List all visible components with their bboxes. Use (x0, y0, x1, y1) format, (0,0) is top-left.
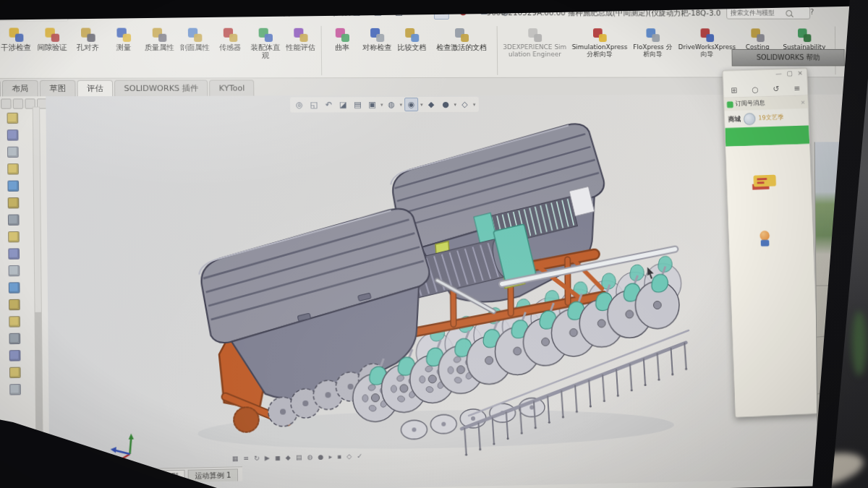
tree-item-7[interactable] (8, 215, 20, 226)
costing-icon (750, 27, 765, 42)
tree-item-14[interactable] (9, 333, 21, 345)
close-icon[interactable]: × (797, 69, 803, 82)
section-properties-button[interactable]: 剖面属性 (176, 26, 212, 53)
tree-item-8[interactable] (8, 231, 20, 242)
tree-item-1[interactable] (7, 113, 19, 124)
tab-装配体[interactable]: 装配体 (0, 80, 1, 97)
tree-item-9[interactable] (8, 248, 20, 259)
motion-toolbar-icon-2[interactable]: ≡ (243, 455, 249, 462)
apply-scene-icon[interactable]: ● (440, 98, 452, 111)
tree-item-2[interactable] (7, 129, 19, 140)
view-orientation-icon[interactable]: ▣ (366, 98, 378, 111)
sensor-button[interactable]: 传感器 (212, 26, 247, 53)
caret-icon[interactable]: ▾ (380, 102, 383, 108)
interference-detection-button[interactable]: 干涉检查 (0, 25, 34, 53)
tab-草图[interactable]: 草图 (40, 80, 76, 96)
panel-mini-tab-2[interactable] (13, 98, 24, 108)
zoom-to-fit-icon[interactable]: ◎ (293, 98, 305, 111)
clearance-verification-button[interactable]: 间隙验证 (34, 25, 70, 53)
zoom-to-area-icon[interactable]: ◱ (307, 98, 320, 111)
background-object-green (852, 311, 867, 376)
motion-toolbar-icon-1[interactable]: ▦ (232, 455, 239, 462)
hole-alignment-button[interactable]: 孔对齐 (69, 26, 106, 53)
search-icon[interactable] (786, 9, 792, 16)
tab-KYTool[interactable]: KYTool (209, 80, 254, 95)
motion-toolbar-icon-6[interactable]: ◆ (286, 454, 291, 461)
motion-toolbar-icon-9[interactable]: ● (318, 453, 323, 461)
tab-评估[interactable]: 评估 (77, 80, 113, 96)
motion-toolbar-icon-13[interactable]: ✓ (357, 453, 362, 460)
tree-item-17[interactable] (9, 384, 21, 395)
dynamic-annotation-views-icon[interactable]: ▤ (352, 98, 364, 111)
motion-toolbar-icon-12[interactable]: ◇ (346, 453, 352, 460)
task-pane-title[interactable]: SOLIDWORKS 帮助 (731, 49, 844, 67)
view-settings-icon[interactable]: ◇ (459, 98, 471, 111)
tree-item-6[interactable] (8, 197, 20, 208)
motion-toolbar-icon-10[interactable]: ▸ (328, 453, 332, 461)
fw-toolbar-icon-3[interactable]: ↺ (773, 85, 779, 94)
caret-icon[interactable]: ▾ (454, 101, 457, 107)
display-style-icon[interactable]: ◍ (386, 98, 398, 111)
tree-item-15[interactable] (9, 350, 21, 361)
bottom-tab-运动算例 1[interactable]: 运动算例 1 (188, 468, 238, 482)
tab-close-icon[interactable]: × (800, 99, 805, 106)
compare-documents-button[interactable]: 比较文档 (394, 26, 429, 53)
simulationxpress-wizard-button[interactable]: SimulationXpress 分析向导 (569, 26, 630, 59)
tree-item-11[interactable] (9, 282, 20, 293)
motion-toolbar-icon-11[interactable]: ▪ (337, 453, 341, 460)
3dexperience-simulation-engineer-button: 3DEXPERIENCE Simulation Engineer (501, 26, 569, 59)
hide-show-items-icon[interactable]: ◉ (404, 98, 418, 111)
driveworksxpress-wizard-button[interactable]: DriveWorksXpress 向导 (675, 26, 739, 59)
avatar[interactable] (744, 113, 756, 125)
minimize-icon[interactable]: — (775, 70, 782, 82)
curvature-button[interactable]: 曲率 (325, 26, 360, 53)
tree-item-12[interactable] (9, 299, 20, 310)
edit-appearance-icon[interactable]: ◆ (425, 98, 438, 111)
motion-toolbar-icon-4[interactable]: ▶ (265, 454, 270, 461)
search-input[interactable] (729, 9, 784, 17)
mass-properties-button[interactable]: 质量属性 (141, 26, 177, 53)
check-active-document-label: 检查激活的文档 (436, 43, 487, 51)
driveworksxpress-wizard-icon (700, 27, 715, 42)
hole-alignment-icon (80, 27, 95, 42)
floxpress-wizard-button[interactable]: FloXpress 分析向导 (630, 26, 676, 59)
performance-evaluation-button[interactable]: 性能评估 (283, 26, 318, 53)
caret-icon[interactable]: ▾ (473, 101, 476, 107)
tree-item-16[interactable] (9, 367, 21, 379)
mass-properties-label: 质量属性 (145, 43, 174, 51)
tree-item-5[interactable] (7, 181, 19, 192)
promo-badge-icon[interactable] (754, 175, 776, 187)
tree-item-13[interactable] (9, 316, 20, 328)
maximize-icon[interactable]: ▢ (786, 69, 793, 82)
caret-icon[interactable]: ▾ (400, 102, 403, 108)
measure-button[interactable]: 测量 (106, 26, 142, 53)
section-view-icon[interactable]: ◪ (337, 98, 349, 111)
caret-icon[interactable]: ▾ (420, 102, 423, 108)
sustainability-button[interactable]: Sustainability (776, 26, 832, 51)
fw-toolbar-icon-2[interactable]: ○ (752, 85, 759, 94)
check-active-document-button[interactable]: 检查激活的文档 (429, 26, 494, 53)
help-icon[interactable]: ? (810, 8, 814, 16)
previous-view-icon[interactable]: ↶ (323, 98, 335, 111)
floating-window-content (726, 144, 820, 417)
motion-toolbar-icon-7[interactable]: ▤ (296, 453, 302, 461)
tab-SOLIDWORKS 插件[interactable]: SOLIDWORKS 插件 (114, 80, 208, 96)
symmetry-check-button[interactable]: 对称检查 (359, 26, 395, 53)
tree-scrollbar[interactable] (33, 107, 43, 481)
tree-item-10[interactable] (9, 265, 20, 276)
motion-toolbar-icon-5[interactable]: ◼ (275, 454, 281, 461)
panel-mini-tab-1[interactable] (1, 98, 12, 108)
section-properties-icon (187, 27, 203, 42)
simulationxpress-wizard-icon (592, 27, 607, 42)
shop-label[interactable]: 商城 (728, 114, 741, 124)
tree-item-4[interactable] (7, 163, 19, 174)
app-float-icon[interactable] (760, 231, 770, 241)
costing-button[interactable]: Costing (739, 26, 777, 51)
tree-item-3[interactable] (7, 147, 19, 158)
fw-toolbar-icon-4[interactable]: ≡ (793, 84, 800, 93)
motion-toolbar-icon-8[interactable]: ◍ (307, 453, 312, 461)
fw-toolbar-icon-1[interactable]: ⊞ (731, 85, 737, 95)
motion-toolbar-icon-3[interactable]: ↻ (254, 455, 260, 462)
tab-布局[interactable]: 布局 (2, 80, 38, 97)
assembly-visualization-button[interactable]: 装配体直观 (247, 26, 283, 61)
